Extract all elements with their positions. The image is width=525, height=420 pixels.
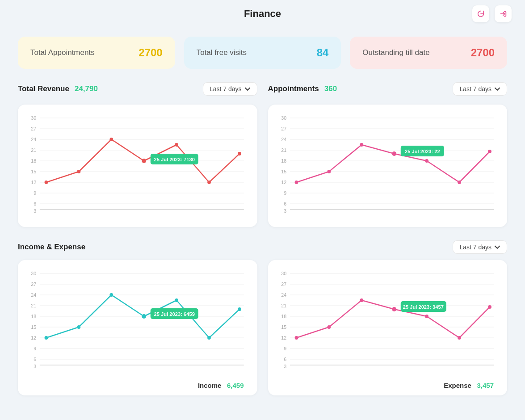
svg-text:24: 24: [31, 137, 36, 142]
svg-text:15: 15: [31, 169, 36, 174]
main-content: Total Appointments 2700 Total free visit…: [0, 28, 525, 404]
svg-text:15: 15: [281, 324, 286, 330]
svg-point-113: [458, 336, 461, 340]
svg-text:21: 21: [281, 147, 286, 153]
svg-text:25 Jul 2023: 3457: 25 Jul 2023: 3457: [403, 304, 443, 310]
svg-text:9: 9: [34, 346, 36, 351]
svg-point-111: [392, 307, 396, 311]
svg-point-109: [327, 325, 331, 329]
svg-point-112: [425, 315, 428, 318]
svg-point-84: [207, 336, 211, 340]
expense-label: Expense: [444, 382, 471, 389]
svg-text:25 Jul 2023: 6459: 25 Jul 2023: 6459: [154, 311, 195, 317]
stat-label-outstanding: Outstanding till date: [362, 48, 429, 57]
page-header: Finance: [0, 0, 525, 28]
svg-point-56: [488, 150, 491, 153]
stat-value-free-visits: 84: [317, 46, 329, 59]
svg-text:18: 18: [281, 314, 286, 319]
svg-text:27: 27: [281, 281, 286, 287]
income-value: 6,459: [227, 382, 244, 389]
svg-text:25 Jul 2023: 22: 25 Jul 2023: 22: [404, 149, 440, 154]
svg-text:9: 9: [34, 190, 36, 196]
svg-text:30: 30: [281, 115, 286, 121]
income-chart: 30 27 24 21 18 15 12 9 6 3: [22, 269, 248, 376]
expense-chart-card: 30 27 24 21 18 15 12 9 6 3: [268, 260, 508, 395]
svg-text:21: 21: [31, 147, 36, 153]
svg-text:21: 21: [281, 303, 286, 308]
svg-point-55: [458, 181, 461, 184]
svg-point-83: [175, 298, 178, 302]
expense-value: 3,457: [477, 382, 494, 389]
svg-point-27: [238, 152, 241, 155]
svg-text:30: 30: [31, 115, 36, 121]
svg-point-114: [488, 305, 491, 309]
svg-point-79: [45, 336, 48, 340]
income-expense-section: Income & Expense Last 7 days: [18, 240, 507, 395]
revenue-value: 24,790: [75, 84, 98, 93]
svg-text:3: 3: [34, 364, 36, 369]
svg-text:21: 21: [31, 303, 36, 308]
svg-point-108: [294, 336, 298, 340]
ie-dropdown[interactable]: Last 7 days: [453, 240, 507, 254]
income-label: Income: [198, 382, 222, 389]
stat-card-total-appointments: Total Appointments 2700: [18, 37, 175, 69]
svg-text:6: 6: [284, 201, 286, 206]
svg-text:27: 27: [281, 126, 286, 131]
svg-text:9: 9: [284, 346, 286, 351]
stat-value-outstanding: 2700: [471, 46, 495, 59]
revenue-dropdown[interactable]: Last 7 days: [203, 82, 257, 96]
income-chart-card: 30 27 24 21 18 15 12 9 6 3: [18, 260, 257, 395]
appointments-dropdown[interactable]: Last 7 days: [453, 82, 507, 96]
svg-point-22: [77, 170, 80, 173]
appointments-label: Appointments: [268, 84, 319, 93]
appointments-chart-card: 30 27 24 21 18 15 12 9 6 3: [268, 105, 508, 227]
svg-text:3: 3: [284, 364, 286, 369]
stat-label-appointments: Total Appointments: [30, 48, 95, 57]
svg-text:30: 30: [281, 271, 286, 276]
svg-point-24: [142, 159, 146, 163]
svg-text:24: 24: [281, 137, 286, 142]
expense-footer: Expense 3,457: [273, 378, 499, 391]
page-title: Finance: [244, 8, 281, 20]
revenue-section-header: Total Revenue 24,790 Last 7 days: [18, 82, 257, 96]
svg-point-21: [45, 181, 48, 184]
svg-text:12: 12: [31, 335, 36, 340]
svg-text:27: 27: [31, 126, 36, 131]
svg-text:6: 6: [284, 357, 286, 362]
svg-point-82: [142, 314, 146, 319]
svg-text:24: 24: [31, 292, 36, 298]
appointments-value: 360: [324, 84, 337, 93]
svg-text:12: 12: [281, 180, 286, 185]
svg-text:30: 30: [31, 271, 36, 276]
svg-text:18: 18: [31, 158, 36, 164]
svg-point-53: [392, 151, 396, 156]
refresh-button[interactable]: [472, 5, 489, 22]
svg-point-26: [207, 181, 211, 184]
svg-point-50: [294, 181, 298, 184]
logout-button[interactable]: [495, 5, 512, 22]
expense-chart: 30 27 24 21 18 15 12 9 6 3: [273, 269, 499, 376]
svg-text:6: 6: [34, 357, 36, 362]
stat-card-free-visits: Total free visits 84: [184, 37, 341, 69]
appointments-section-header: Appointments 360 Last 7 days: [268, 82, 508, 96]
stat-card-outstanding: Outstanding till date 2700: [350, 37, 507, 69]
stat-label-free-visits: Total free visits: [197, 48, 247, 57]
svg-point-110: [360, 298, 363, 302]
appointments-chart: 30 27 24 21 18 15 12 9 6 3: [273, 113, 499, 221]
svg-point-52: [360, 143, 363, 147]
svg-text:9: 9: [284, 190, 286, 196]
svg-point-25: [175, 143, 178, 147]
svg-point-54: [425, 159, 428, 163]
stat-cards-row: Total Appointments 2700 Total free visit…: [18, 37, 507, 69]
svg-text:18: 18: [31, 314, 36, 319]
svg-text:15: 15: [281, 169, 286, 174]
svg-text:25 Jul 2023: 7130: 25 Jul 2023: 7130: [154, 157, 195, 162]
revenue-chart-card: 30 27 24 21 18 15 12 9 6 3: [18, 105, 257, 227]
ie-header: Income & Expense Last 7 days: [18, 240, 507, 254]
svg-text:12: 12: [281, 335, 286, 340]
header-actions: [472, 5, 512, 22]
svg-text:27: 27: [31, 281, 36, 287]
svg-point-23: [109, 138, 113, 141]
svg-text:3: 3: [284, 208, 286, 214]
revenue-label: Total Revenue: [18, 84, 69, 93]
